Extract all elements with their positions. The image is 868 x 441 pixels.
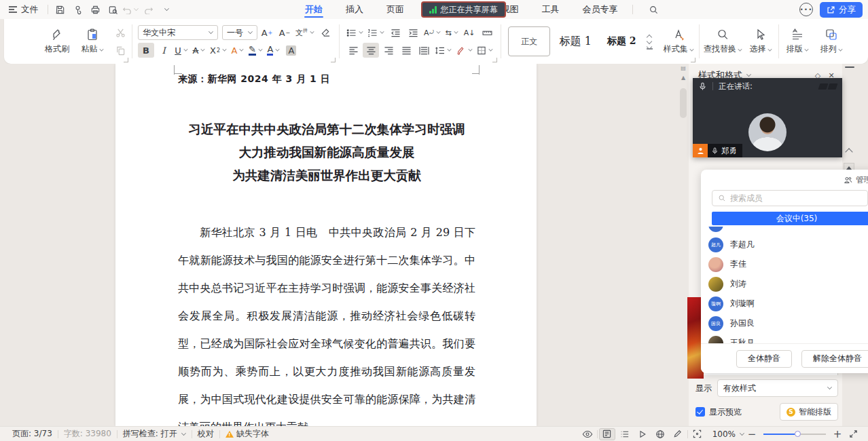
cut-button[interactable] <box>113 26 128 39</box>
select-button[interactable]: 选择 <box>744 22 777 60</box>
export-button[interactable] <box>69 2 86 17</box>
member-row[interactable]: 璇啊 刘璇啊 <box>701 294 868 313</box>
text-direction-button[interactable]: A⤾ <box>422 25 442 40</box>
quick-access-more-button[interactable] <box>157 2 175 17</box>
decrease-indent-button[interactable] <box>387 25 403 40</box>
tab-home[interactable]: 开始 <box>293 0 334 19</box>
page-view-button[interactable] <box>599 428 615 440</box>
member-search-input[interactable]: 搜索成员 <box>712 190 868 206</box>
italic-button[interactable]: I <box>156 43 172 58</box>
fit-page-button[interactable] <box>689 428 706 440</box>
paragraph-dialog-launcher[interactable] <box>492 58 497 62</box>
shading-button[interactable] <box>454 43 474 58</box>
share-button[interactable]: 分享 <box>820 2 863 18</box>
zoom-out-button[interactable]: − <box>746 428 758 440</box>
pane-minimize-button[interactable] <box>845 66 854 68</box>
eye-protect-button[interactable] <box>579 428 596 440</box>
file-menu-button[interactable]: 文件 <box>0 0 45 19</box>
in-meeting-banner[interactable]: 会议中(35) <box>712 212 868 225</box>
style-heading1[interactable]: 标题 1 <box>554 26 596 56</box>
word-count[interactable]: 字数: 33980 <box>58 428 117 440</box>
font-dialog-launcher[interactable] <box>331 58 336 62</box>
style-set-button[interactable]: 样式集 <box>659 22 698 60</box>
strikethrough-button[interactable]: A <box>191 43 207 58</box>
styles-scroll-down-button[interactable] <box>647 39 653 43</box>
clipboard-dialog-launcher[interactable] <box>124 58 128 62</box>
character-shading-button[interactable]: A <box>283 43 300 58</box>
display-style-select[interactable]: 有效样式 <box>717 379 838 397</box>
bullet-list-button[interactable] <box>345 25 365 40</box>
unmute-all-button[interactable]: 解除全体静音 <box>801 350 868 368</box>
member-row[interactable]: 国良 孙国良 <box>701 313 868 333</box>
scrollbar-thumb[interactable] <box>680 88 687 118</box>
increase-indent-button[interactable] <box>405 25 421 40</box>
line-spacing-button[interactable] <box>433 43 453 58</box>
mute-all-button[interactable]: 全体静音 <box>736 350 792 368</box>
paste-button[interactable]: 粘贴 <box>75 22 110 60</box>
distribute-button[interactable] <box>416 43 432 58</box>
styles-dialog-launcher[interactable] <box>691 58 695 62</box>
undo-button[interactable] <box>122 2 139 17</box>
decrease-font-button[interactable]: A− <box>276 25 293 40</box>
bold-button[interactable]: B <box>138 43 154 58</box>
zoom-in-button[interactable]: + <box>831 428 844 440</box>
collapse-up-icon[interactable] <box>845 148 852 155</box>
tab-page[interactable]: 页面 <box>375 0 416 19</box>
text-effects-button[interactable]: A <box>230 43 246 58</box>
style-body-text[interactable]: 正文 <box>508 26 550 56</box>
print-preview-button[interactable] <box>104 2 122 17</box>
ruler-show-icon[interactable]: ▤ <box>679 65 687 72</box>
search-button[interactable] <box>645 2 663 17</box>
style-heading2[interactable]: 标题 2 <box>600 26 643 56</box>
member-row[interactable]: 刘涛 <box>701 274 868 294</box>
meeting-video-window[interactable]: 正在讲话: 郑勇 <box>693 78 842 157</box>
align-left-button[interactable] <box>345 43 361 58</box>
format-painter-button[interactable]: 格式刷 <box>39 22 75 60</box>
fullscreen-button[interactable] <box>845 428 861 440</box>
page-indicator[interactable]: 页面: 3/73 <box>7 428 58 440</box>
zoom-slider-thumb[interactable] <box>795 431 801 437</box>
member-row[interactable]: 超凡 李超凡 <box>701 235 868 254</box>
align-center-button[interactable] <box>363 43 379 58</box>
manage-members-label[interactable]: 管理 <box>856 174 868 186</box>
redo-button[interactable] <box>139 2 157 17</box>
align-right-button[interactable] <box>380 43 397 58</box>
microphone-icon[interactable] <box>698 82 707 91</box>
web-view-button[interactable] <box>652 428 668 440</box>
ruler-toggle-button[interactable] <box>479 25 495 40</box>
arrange-button[interactable]: 排列 <box>814 22 848 60</box>
borders-button[interactable] <box>475 43 494 58</box>
outline-view-button[interactable] <box>617 428 633 440</box>
print-button[interactable] <box>86 2 104 17</box>
document-content[interactable]: 来源：新华网 2024 年 3 月 1 日 习近平在中共中央政治局第十二次集体学… <box>178 73 475 426</box>
read-mode-button[interactable] <box>634 428 651 440</box>
screen-sharing-badge[interactable]: 您正在共享屏幕 <box>421 1 506 18</box>
font-name-select[interactable]: 华文中宋 <box>138 25 218 40</box>
justify-button[interactable] <box>398 43 414 58</box>
chevron-down-icon[interactable] <box>740 431 744 436</box>
tab-tools[interactable]: 工具 <box>530 0 571 19</box>
sort-button[interactable]: A↓ <box>461 25 477 40</box>
show-preview-checkbox[interactable] <box>695 407 705 417</box>
spellcheck-status[interactable]: 拼写检查: 打开 <box>117 428 192 440</box>
smart-typeset-button[interactable]: S 智能排版 <box>780 403 838 421</box>
styles-expand-button[interactable] <box>647 45 653 50</box>
member-row[interactable]: 李佳 <box>701 254 868 274</box>
zoom-slider[interactable] <box>763 428 826 440</box>
document-page[interactable]: 来源：新华网 2024 年 3 月 1 日 习近平在中共中央政治局第十二次集体学… <box>115 64 537 426</box>
find-replace-button[interactable]: 查找替换 <box>701 22 744 60</box>
edit-mode-button[interactable] <box>670 428 686 440</box>
zoom-level[interactable]: 100% <box>707 429 737 439</box>
highlight-color-button[interactable]: ✎ <box>247 43 264 58</box>
clear-format-button[interactable] <box>317 25 333 40</box>
tab-member[interactable]: 会员专享 <box>571 0 630 19</box>
superscript-button[interactable]: X2 <box>209 43 228 58</box>
numbered-list-button[interactable] <box>366 25 386 40</box>
copy-button[interactable] <box>113 43 128 57</box>
tab-insert[interactable]: 插入 <box>334 0 375 19</box>
save-button[interactable] <box>51 2 69 17</box>
asian-layout-button[interactable]: ⇆ <box>444 25 460 40</box>
font-color-button[interactable]: A <box>266 43 282 58</box>
help-icon[interactable]: ••• <box>799 3 813 16</box>
missing-font-warning[interactable]: 缺失字体 <box>220 428 274 440</box>
